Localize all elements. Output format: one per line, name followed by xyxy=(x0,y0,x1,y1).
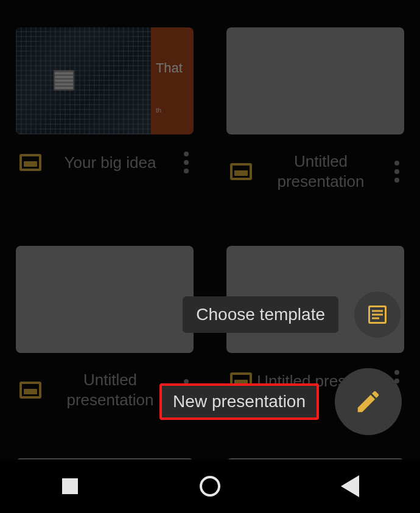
new-presentation-button[interactable] xyxy=(335,368,402,435)
slides-file-icon xyxy=(230,163,252,180)
choose-template-button[interactable] xyxy=(354,291,401,338)
recent-apps-button[interactable] xyxy=(46,468,94,504)
presentation-card[interactable]: That th Your big idea xyxy=(16,27,194,191)
slides-file-icon xyxy=(19,154,41,171)
presentation-card[interactable]: Untitled presentation xyxy=(226,27,404,191)
back-button[interactable] xyxy=(326,468,374,504)
template-icon xyxy=(366,304,388,326)
home-button[interactable] xyxy=(186,468,234,504)
new-presentation-label[interactable]: New presentation xyxy=(159,383,319,420)
pencil-icon xyxy=(354,388,382,416)
presentations-grid-screen: That th Your big idea Untitled presentat… xyxy=(0,0,420,459)
presentation-title: Your big idea xyxy=(41,153,179,173)
thumb-heading: That xyxy=(156,60,189,76)
presentation-thumbnail[interactable] xyxy=(226,27,404,134)
slides-file-icon xyxy=(19,382,41,399)
presentation-title: Untitled presentation xyxy=(41,370,179,410)
presentation-title: Untitled presentation xyxy=(252,152,390,191)
choose-template-label[interactable]: Choose template xyxy=(183,296,338,333)
more-options-icon[interactable] xyxy=(390,161,404,183)
more-options-icon[interactable] xyxy=(179,152,194,173)
fab-speed-dial: Choose template New presentation xyxy=(159,291,401,435)
android-navigation-bar xyxy=(0,459,420,513)
presentation-thumbnail[interactable]: That th xyxy=(16,27,194,134)
thumb-sub: th xyxy=(156,106,189,114)
